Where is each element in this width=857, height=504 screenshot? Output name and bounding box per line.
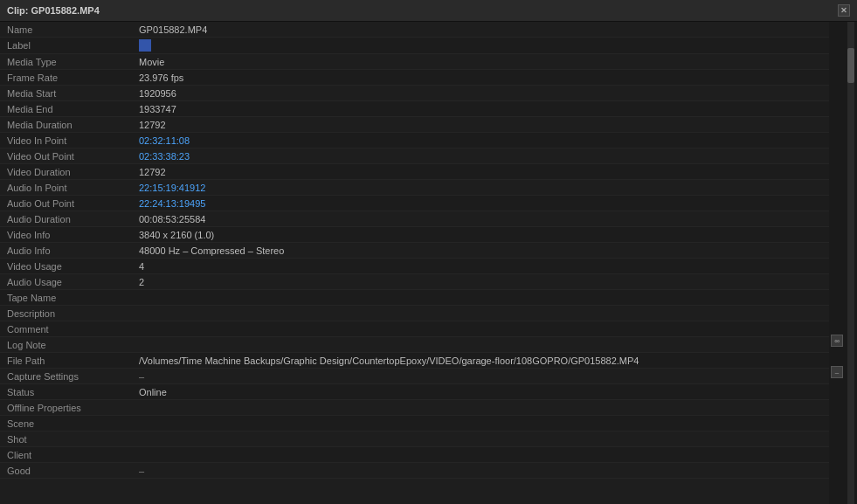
table-row: Audio Duration00:08:53:25584 <box>0 211 829 227</box>
title-bar: Clip: GP015882.MP4 ✕ <box>0 0 857 22</box>
property-value: 00:08:53:25584 <box>135 212 829 226</box>
property-value <box>135 38 829 53</box>
table-row: Offline Properties <box>0 400 829 416</box>
property-value <box>135 406 829 410</box>
table-row: Tape Name <box>0 290 829 306</box>
property-label: Audio Info <box>0 244 135 258</box>
table-row: Good– <box>0 463 829 479</box>
property-value: – <box>135 464 829 478</box>
table-row: Log Note <box>0 337 829 353</box>
property-label: Audio Out Point <box>0 197 135 211</box>
property-label: Offline Properties <box>0 401 135 415</box>
table-row: Media End1933747 <box>0 101 829 117</box>
property-label: Capture Settings <box>0 369 135 383</box>
property-label: Frame Rate <box>0 71 135 85</box>
property-label: Description <box>0 307 135 321</box>
scroll-track <box>847 22 854 504</box>
table-row: Media Start1920956 <box>0 86 829 101</box>
table-row: Capture Settings– <box>0 369 829 384</box>
table-row: StatusOnline <box>0 384 829 400</box>
link-button[interactable]: ∞ <box>831 335 843 347</box>
property-value: GP015882.MP4 <box>135 23 829 37</box>
property-label: Tape Name <box>0 291 135 305</box>
property-value: 22:15:19:41912 <box>135 181 829 195</box>
table-row: Scene <box>0 416 829 432</box>
property-label: Status <box>0 385 135 399</box>
property-value: /Volumes/Time Machine Backups/Graphic De… <box>135 354 829 368</box>
property-label: Video Usage <box>0 259 135 273</box>
property-value <box>135 328 829 331</box>
property-value: 12792 <box>135 118 829 132</box>
table-row: Audio Usage2 <box>0 274 829 290</box>
property-label: Client <box>0 448 135 462</box>
panel-content: NameGP015882.MP4LabelMedia TypeMovieFram… <box>0 22 857 504</box>
property-label: Scene <box>0 417 135 431</box>
scrollbar[interactable] <box>845 22 857 504</box>
property-label: Video Duration <box>0 165 135 179</box>
property-value: 23.976 fps <box>135 71 829 85</box>
property-value: Movie <box>135 55 829 69</box>
table-row: Label <box>0 38 829 54</box>
table-row: Audio Out Point22:24:13:19495 <box>0 196 829 211</box>
property-label: Good <box>0 464 135 478</box>
property-value: 48000 Hz – Compressed – Stereo <box>135 244 829 258</box>
property-value: 22:24:13:19495 <box>135 197 829 211</box>
property-value: 02:32:11:08 <box>135 134 829 148</box>
property-label: Video Out Point <box>0 149 135 163</box>
property-label: Label <box>0 38 135 52</box>
scroll-thumb[interactable] <box>847 48 854 83</box>
property-label: Video Info <box>0 228 135 242</box>
property-label: Log Note <box>0 338 135 352</box>
table-row: Media TypeMovie <box>0 54 829 70</box>
property-label: Shot <box>0 432 135 446</box>
property-value <box>135 453 829 457</box>
side-btn-1[interactable]: – <box>831 366 843 378</box>
table-row: Video Duration12792 <box>0 164 829 180</box>
property-label: Audio In Point <box>0 181 135 195</box>
table-row: Video Out Point02:33:38:23 <box>0 148 829 164</box>
property-value <box>135 438 829 441</box>
property-label: Name <box>0 23 135 37</box>
table-row: Video Usage4 <box>0 259 829 274</box>
clip-properties-panel: Clip: GP015882.MP4 ✕ NameGP015882.MP4Lab… <box>0 0 857 504</box>
table-row: Video In Point02:32:11:08 <box>0 133 829 148</box>
table-row: Description <box>0 306 829 321</box>
property-label: Audio Usage <box>0 275 135 289</box>
property-value: 02:33:38:23 <box>135 149 829 163</box>
property-label: Media Type <box>0 55 135 69</box>
property-value <box>135 296 829 300</box>
side-buttons-panel: ∞– <box>829 22 845 504</box>
close-button[interactable]: ✕ <box>838 4 850 17</box>
property-value <box>135 343 829 347</box>
property-label: Media Start <box>0 86 135 100</box>
property-value <box>135 312 829 315</box>
table-row: Video Info3840 x 2160 (1.0) <box>0 227 829 243</box>
table-row: Client <box>0 447 829 463</box>
table-row: Shot <box>0 432 829 447</box>
table-row: Comment <box>0 321 829 337</box>
table-row: Media Duration12792 <box>0 117 829 133</box>
table-row: Audio In Point22:15:19:41912 <box>0 180 829 196</box>
table-row: Audio Info48000 Hz – Compressed – Stereo <box>0 243 829 259</box>
table-row: Frame Rate23.976 fps <box>0 70 829 86</box>
property-label: Media End <box>0 102 135 116</box>
label-color-swatch <box>139 39 151 52</box>
property-value: Online <box>135 385 829 399</box>
property-value: 4 <box>135 259 829 273</box>
property-value: 1933747 <box>135 102 829 116</box>
property-label: File Path <box>0 354 135 368</box>
panel-title: Clip: GP015882.MP4 <box>7 5 100 16</box>
property-label: Video In Point <box>0 134 135 148</box>
property-label: Audio Duration <box>0 212 135 226</box>
property-label: Comment <box>0 322 135 336</box>
property-value: 3840 x 2160 (1.0) <box>135 228 829 242</box>
property-label: Media Duration <box>0 118 135 132</box>
property-value: 1920956 <box>135 86 829 100</box>
property-value: – <box>135 369 829 383</box>
property-value <box>135 422 829 425</box>
property-value: 12792 <box>135 165 829 179</box>
property-value: 2 <box>135 275 829 289</box>
table-row: File Path/Volumes/Time Machine Backups/G… <box>0 353 829 369</box>
table-row: NameGP015882.MP4 <box>0 22 829 38</box>
properties-list: NameGP015882.MP4LabelMedia TypeMovieFram… <box>0 22 829 504</box>
